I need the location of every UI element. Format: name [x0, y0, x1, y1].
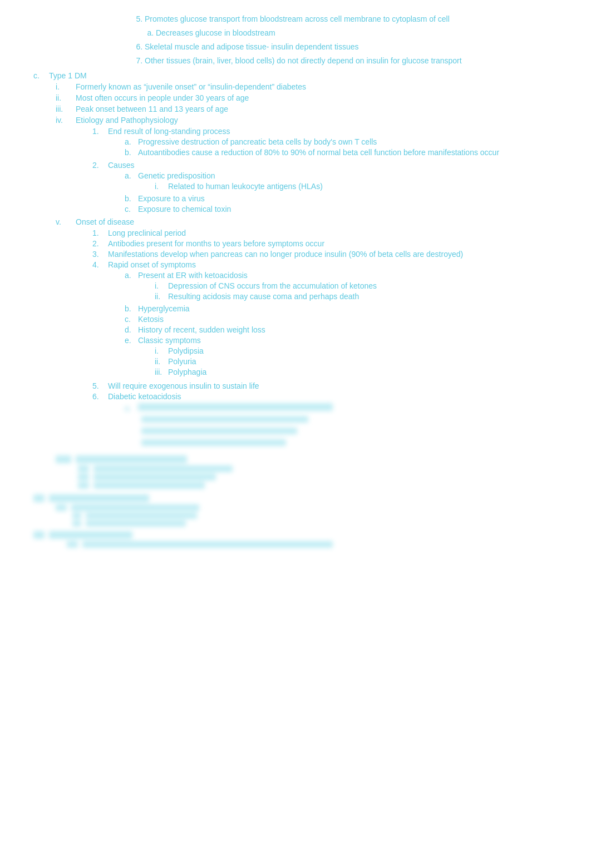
section-c-label: c.	[33, 71, 45, 80]
roman-ii: ii. Most often occurs in people under 30…	[56, 93, 569, 102]
iv-sub2: 2. Causes a. Genetic predisposition	[92, 161, 499, 215]
roman-iv: iv. Etiology and Pathophysiology 1. End …	[56, 116, 569, 215]
list-item-5a: Decreases glucose in bloodstream	[156, 27, 569, 39]
item-5-text: Promotes glucose transport from bloodstr…	[145, 14, 450, 23]
top-section: Promotes glucose transport from bloodstr…	[134, 13, 569, 67]
iv-sub1: 1. End result of long-standing process a…	[92, 127, 499, 158]
list-item-6: Skeletal muscle and adipose tissue- insu…	[145, 41, 569, 53]
v-4-a: a. Present at ER with ketoacidosis i. De…	[125, 271, 377, 378]
roman-list: i. Formerly known as “juvenile onset” or…	[56, 82, 569, 489]
section-c-title: Type 1 DM	[49, 71, 87, 80]
blurred-section-d: d. i. 1. 2.	[33, 494, 569, 527]
iv-sub2-a: a. Genetic predisposition i. Related to …	[125, 171, 323, 214]
roman-v: v. Onset of disease 1. Long preclinical …	[56, 217, 569, 451]
list-item-7: Other tissues (brain, liver, blood cells…	[145, 55, 569, 67]
iv-sub1-a: a. Progressive destruction of pancreatic…	[125, 137, 499, 157]
v-subitems: 1. Long preclinical period 2. Antibodies…	[92, 229, 463, 449]
blurred-vi-section: vi. 1. 2. 3.	[56, 455, 569, 489]
roman-iii: iii. Peak onset between 11 and 13 years …	[56, 105, 569, 113]
roman-i: i. Formerly known as “juvenile onset” or…	[56, 82, 569, 91]
blurred-6a: a.	[125, 403, 333, 449]
section-c: c. Type 1 DM i. Formerly known as “juven…	[33, 71, 569, 489]
page-container: Promotes glucose transport from bloodstr…	[22, 13, 569, 548]
list-item-5: Promotes glucose transport from bloodstr…	[145, 13, 569, 39]
blurred-section-e: e. i.	[33, 531, 569, 548]
